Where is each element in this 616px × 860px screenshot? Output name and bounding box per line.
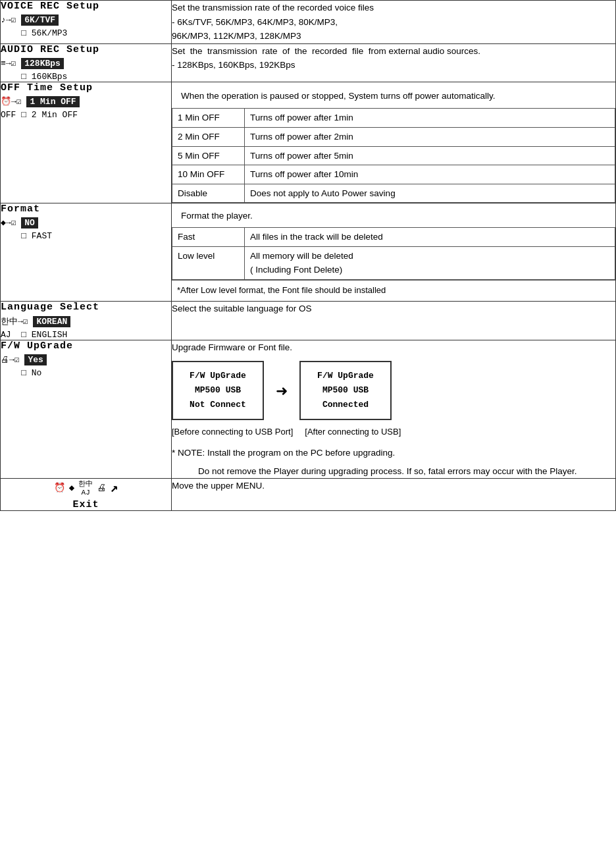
off-time-right: When the operation is paused or stopped,… [172,82,616,203]
language-title: Language Select [1,302,171,313]
voice-rec-row: VOICE REC Setup ♪→☑ 6K/TVF □ 56K/MP3 Set… [1,1,616,44]
exit-lang-icon: 한中AJ [78,479,93,497]
format-row: Format ◆→☑ NO □ FAST Format the player. … [1,203,616,301]
voice-rec-right: Set the transmission rate of the recorde… [172,1,616,44]
language-highlight: KOREAN [33,316,70,327]
format-fast-label: Fast [172,227,245,246]
off-5min-label: 5 Min OFF [172,146,245,165]
off-1min-desc: Turns off power after 1min [245,109,615,128]
fw-upgrade-title: F/W UpGrade [1,340,171,352]
fw-upgrade-option1: 🖨→☑ Yes [1,354,171,365]
language-left: Language Select 한中→☑ KOREAN AJ □ ENGLISH [1,301,172,340]
format-intro: Format the player. [172,203,615,227]
audio-rec-option2: □ 160KBps [1,72,171,82]
fw-caption-after: [After connecting to USB] [305,425,401,439]
fw-upgrade-row: F/W UpGrade 🖨→☑ Yes □ No Upgrade Firmwar… [1,340,616,479]
format-option2: □ FAST [1,231,171,241]
fw-intro: Upgrade Firmware or Font file. [172,340,615,355]
exit-row: ⏰ ◆ 한中AJ 🖨 ↗ Exit Move the upper MENU. [1,479,616,511]
fw-box2-line3: Connected [322,400,369,410]
format-title: Format [1,203,171,215]
voice-rec-option1: ♪→☑ 6K/TVF [1,14,171,26]
clock-icon: ⏰→☑ [1,97,22,107]
off-time-row: OFF Time Setup ⏰→☑ 1 Min OFF OFF □ 2 Min… [1,82,616,203]
table-row: 1 Min OFF Turns off power after 1min [172,109,615,128]
language-right: Select the suitable language for OS [172,301,616,340]
exit-title: Exit [1,499,171,510]
audio-rec-left: AUDIO REC Setup ≡→☑ 128KBps □ 160KBps [1,43,172,82]
language-option1: 한中→☑ KOREAN [1,315,171,327]
format-left: Format ◆→☑ NO □ FAST [1,203,172,301]
fw-upgrade-right: Upgrade Firmware or Font file. F/W UpGra… [172,340,616,479]
exit-fw-icon: 🖨 [97,483,106,493]
off-time-table: 1 Min OFF Turns off power after 1min 2 M… [172,108,615,203]
table-row: Low level All memory will be deleted( In… [172,246,615,279]
off-time-option1: ⏰→☑ 1 Min OFF [1,96,171,107]
fw-box1-line3: Not Connect [190,400,246,410]
fw-box-after: F/W UpGrade MP500 USB Connected [299,361,392,420]
language-desc: Select the suitable language for OS [172,302,615,316]
fw-note2: Do not remove the Player during upgradin… [198,464,615,479]
exit-diamond-icon: ◆ [69,482,74,493]
voice-rec-option2: □ 56K/MP3 [1,28,171,38]
off-10min-label: 10 Min OFF [172,165,245,184]
fw-box2-line2: MP500 USB [322,385,369,395]
off-label: OFF □ [1,110,32,120]
fw-box2-line1: F/W UpGrade [317,371,374,381]
table-row: 2 Min OFF Turns off power after 2min [172,127,615,146]
off-2min-label: 2 Min OFF [172,127,245,146]
off-time-option2: OFF □ 2 Min OFF [1,110,171,120]
main-table: VOICE REC Setup ♪→☑ 6K/TVF □ 56K/MP3 Set… [0,0,616,511]
voice-rec-desc: Set the transmission rate of the recorde… [172,1,615,43]
exit-clock-icon: ⏰ [54,482,65,493]
format-option1: ◆→☑ NO [1,217,171,228]
voice-rec-highlight: 6K/TVF [21,14,59,26]
audio-rec-desc: Set the transmission rate of the recorde… [172,44,615,72]
fw-box1-line2: MP500 USB [195,385,241,395]
off-2min-desc: Turns off power after 2min [245,127,615,146]
format-right: Format the player. Fast All files in the… [172,203,616,301]
off-10min-desc: Turns off power after 10min [245,165,615,184]
format-fast-desc: All files in the track will be deleted [245,227,615,246]
off-time-intro: When the operation is paused or stopped,… [172,82,615,109]
table-row: 5 Min OFF Turns off power after 5min [172,146,615,165]
off-time-left: OFF Time Setup ⏰→☑ 1 Min OFF OFF □ 2 Min… [1,82,172,203]
exit-left: ⏰ ◆ 한中AJ 🖨 ↗ Exit [1,479,172,511]
format-lowlevel-label: Low level [172,246,245,279]
off-time-highlight: 1 Min OFF [26,96,79,107]
fw-captions: [Before connecting to USB Port] [After c… [172,425,615,439]
off-time-title: OFF Time Setup [1,82,171,94]
voice-rec-square: □ [1,28,32,38]
audio-rec-row: AUDIO REC Setup ≡→☑ 128KBps □ 160KBps Se… [1,43,616,82]
off-1min-label: 1 Min OFF [172,109,245,128]
fw-box-before: F/W UpGrade MP500 USB Not Connect [172,361,264,420]
fw-note1: * NOTE: Install the program on the PC be… [172,446,615,460]
table-row: 10 Min OFF Turns off power after 10min [172,165,615,184]
format-lowlevel-desc: All memory will be deleted( Including Fo… [245,246,615,279]
lang-icon: 한中→☑ [1,317,28,327]
voice-rec-title: VOICE REC Setup [1,1,171,12]
audio-rec-option1: ≡→☑ 128KBps [1,58,171,69]
off-disable-label: Disable [172,184,245,203]
fw-upgrade-highlight: Yes [24,354,46,365]
fw-boxes: F/W UpGrade MP500 USB Not Connect ➜ F/W … [172,361,615,420]
audio-icon: ≡→☑ [1,59,16,68]
fw-caption-before: [Before connecting to USB Port] [172,425,293,439]
exit-desc: Move the upper MENU. [172,479,615,493]
audio-rec-right: Set the transmission rate of the recorde… [172,43,616,82]
fw-upgrade-left: F/W UpGrade 🖨→☑ Yes □ No [1,340,172,479]
exit-icons-row: ⏰ ◆ 한中AJ 🖨 ↗ [1,479,171,497]
language-row: Language Select 한中→☑ KOREAN AJ □ ENGLISH… [1,301,616,340]
table-row: Fast All files in the track will be dele… [172,227,615,246]
fw-arrow-icon: ➜ [276,379,288,402]
audio-rec-title: AUDIO REC Setup [1,44,171,55]
format-highlight: NO [21,217,38,228]
mic-icon: ♪→☑ [1,15,16,25]
off-disable-desc: Does not apply to Auto Power saving [245,184,615,203]
format-note: *After Low level format, the Font file s… [172,280,615,301]
diamond-icon: ◆→☑ [1,218,16,228]
exit-arrow-icon: ↗ [110,479,118,496]
language-option2: AJ □ ENGLISH [1,330,171,340]
fw-box1-line1: F/W UpGrade [190,371,246,381]
fw-icon: 🖨→☑ [1,355,20,365]
